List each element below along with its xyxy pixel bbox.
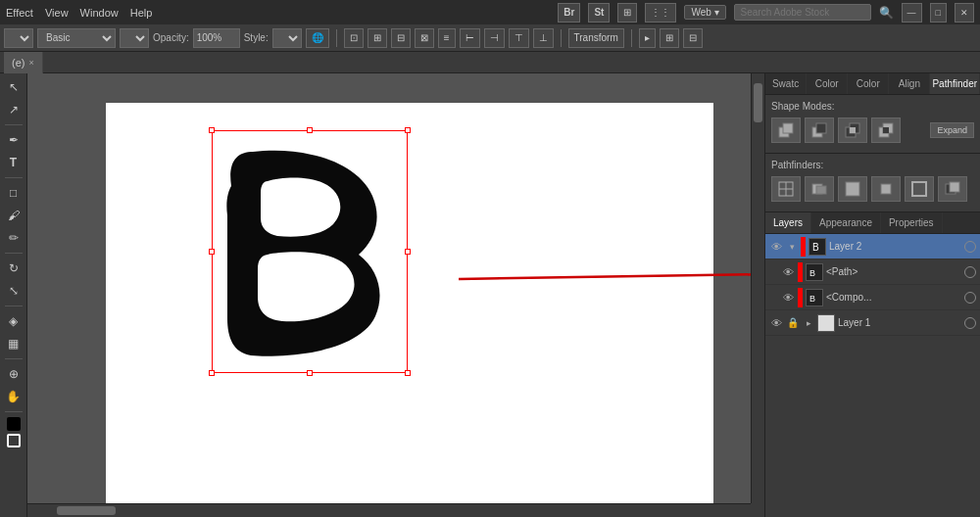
align-btn9[interactable]: ⊥ <box>533 28 554 48</box>
sep1 <box>336 29 337 47</box>
tab-appearance[interactable]: Appearance <box>811 212 881 233</box>
path-visibility[interactable]: 👁 <box>781 265 795 279</box>
type-tool[interactable]: T <box>4 153 24 172</box>
tab-align[interactable]: Align <box>889 73 930 94</box>
menu-view[interactable]: View <box>45 7 69 19</box>
menu-bar: Effect View Window Help Br St ⊞ ⋮⋮ Web ▾… <box>0 0 980 24</box>
expand-btn[interactable]: Expand <box>930 122 974 138</box>
search-input[interactable] <box>734 4 871 21</box>
rotate-tool[interactable]: ↻ <box>4 258 24 278</box>
align-btn7[interactable]: ⊣ <box>484 28 505 48</box>
path-color <box>798 262 803 282</box>
svg-rect-21 <box>950 182 959 192</box>
extra-btn[interactable]: ⊞ <box>660 28 679 48</box>
tool-preset-select[interactable] <box>4 28 33 48</box>
stroke-color[interactable] <box>7 434 21 447</box>
stroke-select[interactable] <box>120 28 149 48</box>
tab-color2[interactable]: Color <box>848 73 889 94</box>
zoom-tool[interactable]: ⊕ <box>4 364 24 384</box>
compo-visibility[interactable]: 👁 <box>781 291 795 305</box>
tool-sep1 <box>5 124 23 125</box>
v-scroll-thumb[interactable] <box>754 83 762 122</box>
shape-modes-section: Shape Modes: Expand <box>765 95 980 154</box>
unite-btn[interactable] <box>771 118 801 143</box>
layer-item-layer1[interactable]: 👁 🔒 ▸ Layer 1 <box>765 310 980 336</box>
web-dropdown[interactable]: Web ▾ <box>684 5 725 20</box>
minimize-btn[interactable]: — <box>902 3 922 23</box>
tab-swatches[interactable]: Swatc <box>765 73 807 94</box>
sep2 <box>561 29 562 47</box>
divide-btn[interactable] <box>771 176 801 202</box>
bridge-btn[interactable]: Br <box>558 3 580 23</box>
globe-btn[interactable]: 🌐 <box>306 28 329 48</box>
layer1-visibility[interactable]: 👁 <box>769 316 783 330</box>
crop-btn[interactable] <box>871 176 901 202</box>
align-btn1[interactable]: ⊡ <box>344 28 364 48</box>
select-tool[interactable]: ↖ <box>4 77 24 97</box>
align-btn3[interactable]: ⊟ <box>391 28 411 48</box>
minus-back-btn[interactable] <box>938 176 967 202</box>
minus-front-btn[interactable] <box>805 118 834 143</box>
stock-btn[interactable]: St <box>588 3 610 23</box>
menu-help[interactable]: Help <box>130 7 153 19</box>
pencil-tool[interactable]: ✏ <box>4 228 24 248</box>
menu-effect[interactable]: Effect <box>6 7 33 19</box>
intersect-btn[interactable] <box>838 118 867 143</box>
align-btn6[interactable]: ⊢ <box>460 28 480 48</box>
paintbrush-tool[interactable]: 🖌 <box>4 206 24 225</box>
layer1-target[interactable] <box>964 317 976 329</box>
tab-properties[interactable]: Properties <box>881 212 943 233</box>
exclude-btn[interactable] <box>871 118 901 143</box>
layer1-expand[interactable]: ▸ <box>803 317 814 329</box>
pathfinders-title: Pathfinders: <box>771 160 974 170</box>
scale-tool[interactable]: ⤡ <box>4 281 24 301</box>
layer2-target[interactable] <box>964 241 976 253</box>
align-btn5[interactable]: ≡ <box>438 28 456 48</box>
blend-tool[interactable]: ◈ <box>4 311 24 331</box>
more-btn[interactable]: ▸ <box>639 28 656 48</box>
maximize-btn[interactable]: □ <box>930 3 947 23</box>
tab-close[interactable]: × <box>28 58 33 68</box>
horizontal-scrollbar[interactable] <box>27 503 751 517</box>
layout-btn[interactable]: ⋮⋮ <box>645 3 676 23</box>
style-select[interactable] <box>272 28 302 48</box>
shape-tool[interactable]: □ <box>4 183 24 203</box>
outline-btn[interactable] <box>905 176 934 202</box>
vertical-scrollbar[interactable] <box>751 73 764 503</box>
align-btn8[interactable]: ⊤ <box>509 28 529 48</box>
merge-btn[interactable] <box>838 176 867 202</box>
preset-select[interactable]: Basic <box>37 28 116 48</box>
pen-tool[interactable]: ✒ <box>4 130 24 150</box>
pathfinders-section: Pathfinders: <box>765 154 980 212</box>
close-btn[interactable]: ✕ <box>955 3 974 23</box>
direct-select-tool[interactable]: ↗ <box>4 100 24 119</box>
top-panel-tabs: Swatc Color Color Align Pathfinder <box>765 73 980 95</box>
layer-item-path[interactable]: 👁 B <Path> <box>765 259 980 285</box>
sep3 <box>631 29 632 47</box>
trim-btn[interactable] <box>805 176 834 202</box>
path-target[interactable] <box>964 266 976 278</box>
h-scroll-thumb[interactable] <box>57 506 116 515</box>
gradient-tool[interactable]: ▦ <box>4 334 24 353</box>
layer-item-layer2[interactable]: 👁 ▾ B Layer 2 <box>765 234 980 259</box>
shape-modes-row: Expand <box>771 118 974 143</box>
extra-btn2[interactable]: ⊟ <box>683 28 703 48</box>
transform-btn[interactable]: Transform <box>568 28 624 48</box>
layer2-expand[interactable]: ▾ <box>786 241 798 253</box>
layer-item-compo[interactable]: 👁 B <Compo... <box>765 285 980 310</box>
tab-color1[interactable]: Color <box>807 73 848 94</box>
layer1-lock[interactable]: 🔒 <box>786 316 800 330</box>
layer2-visibility[interactable]: 👁 <box>769 240 783 254</box>
tab-layers[interactable]: Layers <box>765 212 811 233</box>
menu-window[interactable]: Window <box>80 7 119 19</box>
fill-color[interactable] <box>7 417 21 431</box>
grid-btn[interactable]: ⊞ <box>617 3 637 23</box>
tab-pathfinder[interactable]: Pathfinder <box>930 73 980 94</box>
align-btn4[interactable]: ⊠ <box>415 28 434 48</box>
compo-target[interactable] <box>964 292 976 304</box>
opacity-input[interactable] <box>193 28 240 48</box>
align-btn2[interactable]: ⊞ <box>368 28 387 48</box>
hand-tool[interactable]: ✋ <box>4 387 24 406</box>
document-tab[interactable]: (e) × <box>4 52 43 73</box>
svg-rect-17 <box>846 182 859 196</box>
